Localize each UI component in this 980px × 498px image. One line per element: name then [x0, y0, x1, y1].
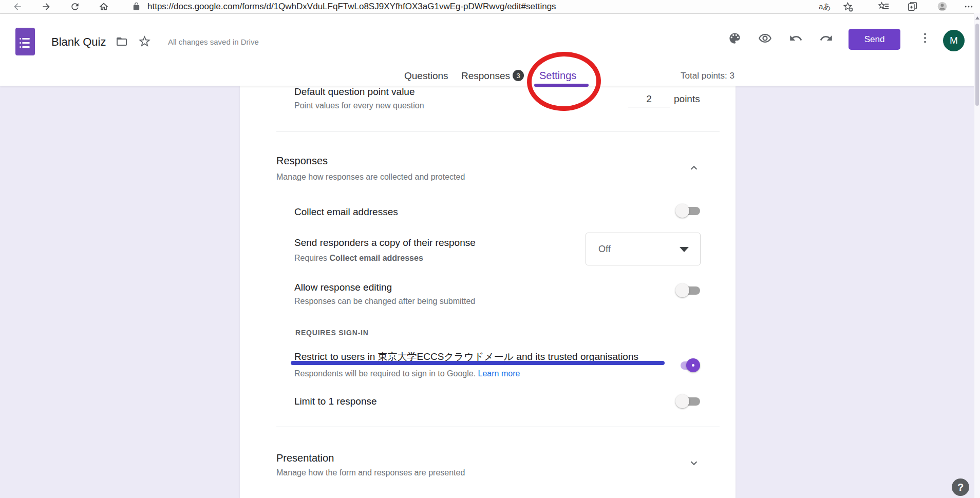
send-copy-title: Send responders a copy of their response — [294, 237, 476, 248]
toggle-limit-one-response[interactable] — [675, 394, 700, 409]
preview-eye-icon[interactable] — [758, 31, 772, 45]
points-unit-label: points — [674, 93, 700, 105]
settings-card: Default question point value Point value… — [240, 86, 736, 498]
send-copy-subtitle-bold: Collect email addresses — [329, 254, 423, 262]
favorites-bar-icon[interactable] — [878, 1, 889, 12]
address-bar[interactable]: https://docs.google.com/forms/d/1QwhDxVd… — [147, 2, 556, 12]
toggle-restrict-users[interactable] — [675, 358, 700, 373]
star-icon[interactable] — [138, 34, 152, 48]
responses-count-badge: 3 — [513, 70, 524, 81]
dropdown-value: Off — [598, 244, 611, 255]
responses-section-subtitle: Manage how responses are collected and p… — [276, 173, 465, 182]
redo-icon[interactable] — [819, 31, 833, 45]
scrollbar-thumb[interactable] — [975, 24, 979, 106]
move-to-folder-icon[interactable] — [116, 35, 128, 48]
help-button[interactable]: ? — [952, 478, 969, 496]
undo-icon[interactable] — [789, 31, 803, 45]
more-options-icon[interactable] — [918, 31, 932, 45]
theme-palette-icon[interactable] — [728, 31, 742, 45]
send-copy-subtitle: Requires Collect email addresses — [294, 254, 423, 263]
forward-icon[interactable] — [41, 2, 51, 12]
browser-toolbar: https://docs.google.com/forms/d/1QwhDxVd… — [0, 0, 980, 14]
learn-more-link[interactable]: Learn more — [478, 369, 520, 378]
back-icon[interactable] — [12, 2, 23, 12]
divider — [276, 427, 720, 427]
translate-icon[interactable]: aあ — [819, 2, 831, 12]
allow-editing-subtitle: Responses can be changed after being sub… — [294, 297, 475, 306]
forms-header: Blank Quiz All changes saved in Drive Se… — [0, 14, 980, 86]
responses-section-title: Responses — [276, 155, 328, 167]
presentation-section-title: Presentation — [276, 452, 334, 464]
presentation-section-subtitle: Manage how the form and responses are pr… — [276, 468, 465, 477]
restrict-users-subtitle: Respondents will be required to sign in … — [294, 369, 520, 378]
lock-icon — [132, 2, 141, 11]
default-point-title: Default question point value — [294, 86, 415, 98]
default-point-subtitle: Point values for every new question — [294, 101, 424, 110]
tab-questions[interactable]: Questions — [404, 70, 448, 82]
add-favorite-icon[interactable] — [842, 1, 853, 12]
save-status[interactable]: All changes saved in Drive — [168, 37, 259, 46]
annotation-underline-restrict — [291, 361, 665, 365]
send-button[interactable]: Send — [849, 29, 900, 50]
requires-signin-label: REQUIRES SIGN-IN — [295, 329, 369, 337]
tab-responses[interactable]: Responses — [461, 70, 510, 82]
default-points-input[interactable] — [628, 91, 670, 107]
toggle-allow-editing[interactable] — [675, 283, 700, 298]
form-title[interactable]: Blank Quiz — [51, 35, 106, 49]
collections-icon[interactable] — [907, 1, 918, 12]
home-icon[interactable] — [99, 2, 109, 12]
screen: https://docs.google.com/forms/d/1QwhDxVd… — [0, 0, 980, 498]
toggle-collect-email[interactable] — [675, 204, 700, 218]
profile-avatar-icon[interactable] — [937, 1, 948, 12]
collect-email-title: Collect email addresses — [294, 206, 398, 218]
total-points-label: Total points: 3 — [632, 71, 734, 81]
allow-editing-title: Allow response editing — [294, 282, 392, 293]
scrollbar-up-arrow-icon[interactable] — [975, 16, 979, 20]
chevron-down-icon[interactable] — [687, 456, 701, 470]
chevron-up-icon[interactable] — [687, 161, 701, 175]
dropdown-caret-icon — [680, 247, 689, 252]
limit-one-response-title: Limit to 1 response — [294, 396, 377, 407]
refresh-icon[interactable] — [70, 2, 80, 12]
send-copy-dropdown[interactable]: Off — [586, 233, 701, 265]
divider — [276, 131, 720, 131]
vertical-scrollbar[interactable] — [974, 13, 980, 498]
forms-logo-icon[interactable] — [15, 28, 35, 55]
browser-menu-icon[interactable] — [964, 2, 974, 12]
account-avatar[interactable]: M — [943, 30, 965, 51]
